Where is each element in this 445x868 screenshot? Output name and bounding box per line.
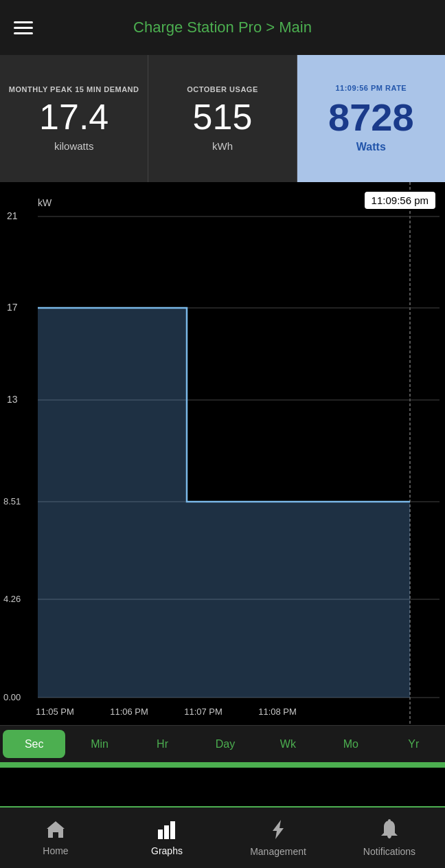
stat-label-usage: OCTOBER USAGE xyxy=(187,85,258,93)
stat-label-demand: MONTHLY PEAK 15 MIN DEMAND xyxy=(9,85,139,93)
tab-wk[interactable]: Wk xyxy=(257,726,319,762)
stat-unit-demand: kilowatts xyxy=(54,140,94,152)
bolt-icon xyxy=(270,819,286,843)
bottom-nav: Home Graphs Management Notification xyxy=(0,806,445,868)
svg-rect-20 xyxy=(158,830,163,839)
header-title: Charge Station Pro > Main xyxy=(133,19,312,36)
tab-hr[interactable]: Hr xyxy=(131,726,194,762)
header: Charge Station Pro > Main xyxy=(0,0,445,55)
nav-graphs[interactable]: Graphs xyxy=(111,808,223,868)
svg-text:11:06 PM: 11:06 PM xyxy=(110,706,148,717)
nav-management-label: Management xyxy=(250,846,306,857)
svg-point-23 xyxy=(388,819,391,822)
home-icon xyxy=(45,820,66,843)
nav-management[interactable]: Management xyxy=(223,808,334,868)
stat-card-demand: MONTHLY PEAK 15 MIN DEMAND 17.4 kilowatt… xyxy=(0,55,148,182)
svg-rect-22 xyxy=(170,821,175,839)
svg-text:17: 17 xyxy=(7,302,18,313)
green-bar xyxy=(0,762,445,768)
svg-text:4.26: 4.26 xyxy=(3,594,21,604)
svg-text:11:05 PM: 11:05 PM xyxy=(36,706,74,717)
svg-text:13: 13 xyxy=(7,394,18,405)
stat-value-demand: 17.4 xyxy=(39,98,109,137)
svg-rect-21 xyxy=(164,825,169,839)
svg-text:21: 21 xyxy=(7,210,18,221)
stat-value-usage: 515 xyxy=(193,98,253,137)
tab-sec[interactable]: Sec xyxy=(3,730,65,758)
nav-notifications-label: Notifications xyxy=(363,846,415,857)
menu-icon[interactable] xyxy=(14,21,33,34)
svg-text:kW: kW xyxy=(38,197,52,208)
tab-yr[interactable]: Yr xyxy=(383,726,445,762)
stat-unit-rate: Watts xyxy=(356,141,386,153)
nav-home-label: Home xyxy=(43,845,68,856)
stat-card-rate: 11:09:56 PM RATE 8728 Watts xyxy=(297,55,445,182)
tab-day[interactable]: Day xyxy=(194,726,256,762)
svg-text:8.51: 8.51 xyxy=(3,496,21,507)
nav-notifications[interactable]: Notifications xyxy=(334,808,445,868)
stat-card-usage: OCTOBER USAGE 515 kWh xyxy=(148,55,297,182)
bell-icon xyxy=(380,819,399,843)
chart-svg: 21 17 13 8.51 4.26 0.00 kW 11:05 PM 11:0… xyxy=(0,182,445,725)
nav-graphs-label: Graphs xyxy=(151,845,183,856)
stats-row: MONTHLY PEAK 15 MIN DEMAND 17.4 kilowatt… xyxy=(0,55,445,182)
nav-home[interactable]: Home xyxy=(0,808,111,868)
time-tabs: Sec Min Hr Day Wk Mo Yr xyxy=(0,725,445,762)
stat-value-rate: 8728 xyxy=(328,96,414,139)
bar-chart-icon xyxy=(157,820,177,843)
svg-text:11:07 PM: 11:07 PM xyxy=(184,706,223,717)
chart-area: 11:09:56 pm 21 17 13 8.51 4.26 0.00 kW 1… xyxy=(0,182,445,725)
chart-timestamp: 11:09:56 pm xyxy=(365,192,435,209)
stat-label-rate: 11:09:56 PM RATE xyxy=(335,84,407,92)
svg-text:0.00: 0.00 xyxy=(3,692,21,702)
tab-mo[interactable]: Mo xyxy=(319,726,382,762)
svg-text:11:08 PM: 11:08 PM xyxy=(258,706,297,717)
tab-min[interactable]: Min xyxy=(68,726,130,762)
stat-unit-usage: kWh xyxy=(212,140,233,152)
